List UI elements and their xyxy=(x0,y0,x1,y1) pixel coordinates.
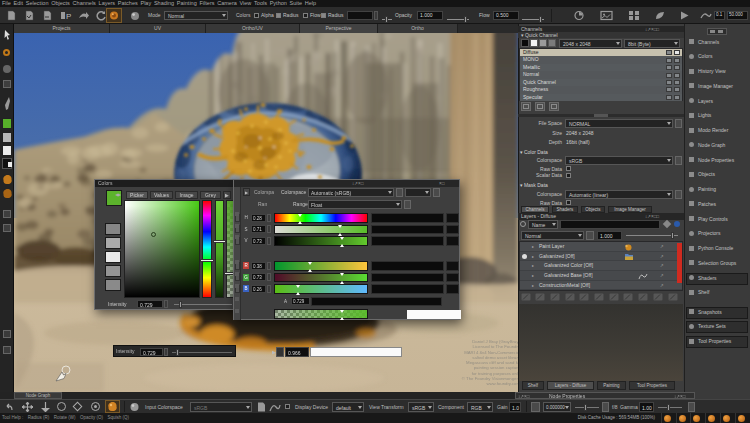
svg-text:P: P xyxy=(66,12,71,21)
